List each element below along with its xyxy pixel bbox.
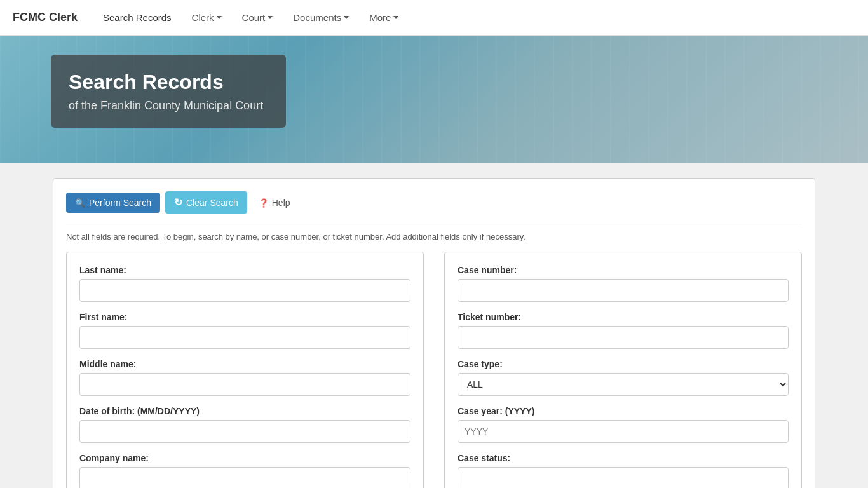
navbar: FCMC Clerk Search Records Clerk Court Do…	[0, 0, 868, 36]
hero-overlay: Search Records of the Franklin County Mu…	[51, 55, 286, 128]
form-grid: Last name: First name: Middle name: Date…	[66, 252, 802, 488]
hero-banner: Search Records of the Franklin County Mu…	[0, 36, 868, 163]
clerk-dropdown-caret	[217, 16, 222, 19]
left-form-column: Last name: First name: Middle name: Date…	[66, 252, 424, 488]
last-name-label: Last name:	[79, 265, 410, 275]
nav-search-records[interactable]: Search Records	[95, 7, 179, 28]
company-name-input[interactable]	[79, 467, 410, 488]
case-status-group: Case status:	[458, 453, 789, 488]
more-dropdown-caret	[393, 16, 398, 19]
ticket-number-input[interactable]	[458, 326, 789, 349]
first-name-label: First name:	[79, 312, 410, 322]
nav-clerk[interactable]: Clerk	[184, 7, 229, 28]
last-name-group: Last name:	[79, 265, 410, 302]
ticket-number-group: Ticket number:	[458, 312, 789, 349]
dob-label: Date of birth: (MM/DD/YYYY)	[79, 406, 410, 416]
first-name-group: First name:	[79, 312, 410, 349]
company-name-label: Company name:	[79, 453, 410, 463]
case-number-group: Case number:	[458, 265, 789, 302]
main-content: Perform Search Clear Search Help Not all…	[0, 163, 868, 488]
case-number-label: Case number:	[458, 265, 789, 275]
case-number-input[interactable]	[458, 279, 789, 302]
clear-search-button[interactable]: Clear Search	[165, 191, 247, 214]
ticket-number-label: Ticket number:	[458, 312, 789, 322]
case-type-select[interactable]: ALL Civil Criminal Traffic Small Claims	[458, 373, 789, 396]
case-status-label: Case status:	[458, 453, 789, 463]
hero-title: Search Records	[69, 70, 263, 94]
nav-more[interactable]: More	[362, 7, 406, 28]
right-form-column: Case number: Ticket number: Case type: A…	[444, 252, 802, 488]
case-type-label: Case type:	[458, 359, 789, 369]
first-name-input[interactable]	[79, 326, 410, 349]
perform-search-button[interactable]: Perform Search	[66, 193, 160, 213]
middle-name-input[interactable]	[79, 373, 410, 396]
case-status-input[interactable]	[458, 467, 789, 488]
documents-dropdown-caret	[344, 16, 349, 19]
case-year-input[interactable]	[458, 420, 789, 443]
nav-court[interactable]: Court	[234, 7, 281, 28]
help-button[interactable]: Help	[252, 193, 297, 213]
case-year-label: Case year: (YYYY)	[458, 406, 789, 416]
dob-input[interactable]	[79, 420, 410, 443]
case-type-group: Case type: ALL Civil Criminal Traffic Sm…	[458, 359, 789, 396]
dob-group: Date of birth: (MM/DD/YYYY)	[79, 406, 410, 443]
nav-documents[interactable]: Documents	[285, 7, 356, 28]
action-bar: Perform Search Clear Search Help	[66, 191, 802, 214]
hint-text: Not all fields are required. To begin, s…	[66, 224, 802, 241]
case-year-group: Case year: (YYYY)	[458, 406, 789, 443]
company-name-group: Company name:	[79, 453, 410, 488]
help-icon	[259, 198, 269, 208]
search-icon	[75, 198, 85, 208]
middle-name-group: Middle name:	[79, 359, 410, 396]
refresh-icon	[174, 196, 182, 208]
last-name-input[interactable]	[79, 279, 410, 302]
court-dropdown-caret	[268, 16, 273, 19]
middle-name-label: Middle name:	[79, 359, 410, 369]
hero-subtitle: of the Franklin County Municipal Court	[69, 99, 263, 112]
app-brand[interactable]: FCMC Clerk	[13, 11, 78, 24]
search-panel: Perform Search Clear Search Help Not all…	[53, 178, 815, 488]
